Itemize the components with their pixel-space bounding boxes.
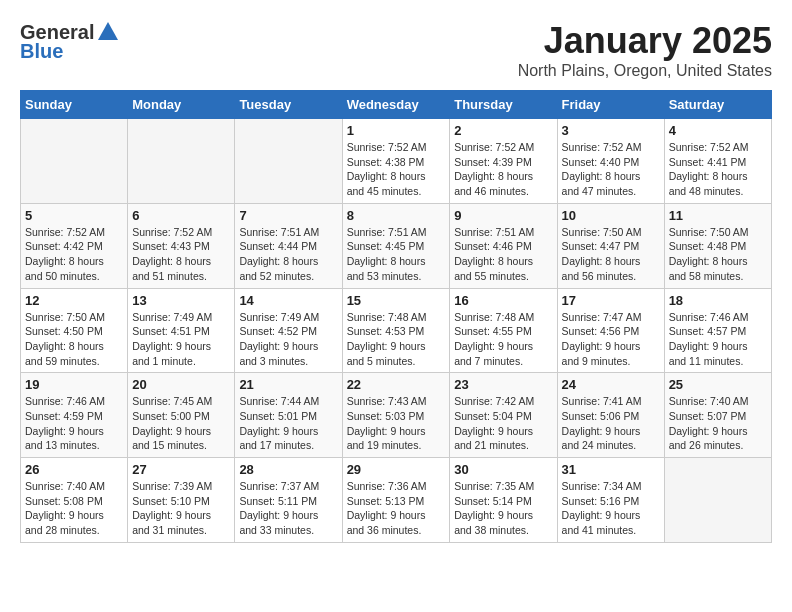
- day-number: 29: [347, 462, 446, 477]
- day-info: Sunrise: 7:43 AM Sunset: 5:03 PM Dayligh…: [347, 394, 446, 453]
- day-info: Sunrise: 7:45 AM Sunset: 5:00 PM Dayligh…: [132, 394, 230, 453]
- day-info: Sunrise: 7:52 AM Sunset: 4:38 PM Dayligh…: [347, 140, 446, 199]
- calendar-cell: 25Sunrise: 7:40 AM Sunset: 5:07 PM Dayli…: [664, 373, 771, 458]
- day-info: Sunrise: 7:51 AM Sunset: 4:44 PM Dayligh…: [239, 225, 337, 284]
- calendar-cell: 26Sunrise: 7:40 AM Sunset: 5:08 PM Dayli…: [21, 458, 128, 543]
- day-info: Sunrise: 7:52 AM Sunset: 4:41 PM Dayligh…: [669, 140, 767, 199]
- calendar-cell: 19Sunrise: 7:46 AM Sunset: 4:59 PM Dayli…: [21, 373, 128, 458]
- weekday-header-sunday: Sunday: [21, 91, 128, 119]
- day-info: Sunrise: 7:41 AM Sunset: 5:06 PM Dayligh…: [562, 394, 660, 453]
- day-number: 20: [132, 377, 230, 392]
- day-number: 28: [239, 462, 337, 477]
- day-info: Sunrise: 7:37 AM Sunset: 5:11 PM Dayligh…: [239, 479, 337, 538]
- weekday-header-row: SundayMondayTuesdayWednesdayThursdayFrid…: [21, 91, 772, 119]
- day-number: 7: [239, 208, 337, 223]
- day-info: Sunrise: 7:52 AM Sunset: 4:42 PM Dayligh…: [25, 225, 123, 284]
- day-info: Sunrise: 7:46 AM Sunset: 4:59 PM Dayligh…: [25, 394, 123, 453]
- day-info: Sunrise: 7:46 AM Sunset: 4:57 PM Dayligh…: [669, 310, 767, 369]
- day-info: Sunrise: 7:40 AM Sunset: 5:08 PM Dayligh…: [25, 479, 123, 538]
- calendar-cell: 7Sunrise: 7:51 AM Sunset: 4:44 PM Daylig…: [235, 203, 342, 288]
- calendar-cell: 9Sunrise: 7:51 AM Sunset: 4:46 PM Daylig…: [450, 203, 557, 288]
- calendar-cell: 16Sunrise: 7:48 AM Sunset: 4:55 PM Dayli…: [450, 288, 557, 373]
- day-number: 31: [562, 462, 660, 477]
- calendar-cell: [128, 119, 235, 204]
- day-info: Sunrise: 7:39 AM Sunset: 5:10 PM Dayligh…: [132, 479, 230, 538]
- calendar-cell: [21, 119, 128, 204]
- calendar-cell: 1Sunrise: 7:52 AM Sunset: 4:38 PM Daylig…: [342, 119, 450, 204]
- calendar-cell: 5Sunrise: 7:52 AM Sunset: 4:42 PM Daylig…: [21, 203, 128, 288]
- day-number: 18: [669, 293, 767, 308]
- weekday-header-saturday: Saturday: [664, 91, 771, 119]
- calendar-cell: 28Sunrise: 7:37 AM Sunset: 5:11 PM Dayli…: [235, 458, 342, 543]
- weekday-header-wednesday: Wednesday: [342, 91, 450, 119]
- day-number: 2: [454, 123, 552, 138]
- day-number: 3: [562, 123, 660, 138]
- day-info: Sunrise: 7:36 AM Sunset: 5:13 PM Dayligh…: [347, 479, 446, 538]
- day-number: 21: [239, 377, 337, 392]
- day-number: 11: [669, 208, 767, 223]
- calendar-week-1: 1Sunrise: 7:52 AM Sunset: 4:38 PM Daylig…: [21, 119, 772, 204]
- calendar-cell: 11Sunrise: 7:50 AM Sunset: 4:48 PM Dayli…: [664, 203, 771, 288]
- calendar-cell: 17Sunrise: 7:47 AM Sunset: 4:56 PM Dayli…: [557, 288, 664, 373]
- calendar-cell: 3Sunrise: 7:52 AM Sunset: 4:40 PM Daylig…: [557, 119, 664, 204]
- calendar-cell: 12Sunrise: 7:50 AM Sunset: 4:50 PM Dayli…: [21, 288, 128, 373]
- day-info: Sunrise: 7:51 AM Sunset: 4:45 PM Dayligh…: [347, 225, 446, 284]
- day-info: Sunrise: 7:48 AM Sunset: 4:55 PM Dayligh…: [454, 310, 552, 369]
- calendar-week-2: 5Sunrise: 7:52 AM Sunset: 4:42 PM Daylig…: [21, 203, 772, 288]
- weekday-header-thursday: Thursday: [450, 91, 557, 119]
- day-info: Sunrise: 7:52 AM Sunset: 4:39 PM Dayligh…: [454, 140, 552, 199]
- day-number: 8: [347, 208, 446, 223]
- day-info: Sunrise: 7:50 AM Sunset: 4:50 PM Dayligh…: [25, 310, 123, 369]
- calendar-cell: 6Sunrise: 7:52 AM Sunset: 4:43 PM Daylig…: [128, 203, 235, 288]
- calendar-cell: 2Sunrise: 7:52 AM Sunset: 4:39 PM Daylig…: [450, 119, 557, 204]
- calendar-table: SundayMondayTuesdayWednesdayThursdayFrid…: [20, 90, 772, 543]
- title-section: January 2025 North Plains, Oregon, Unite…: [518, 20, 772, 80]
- weekday-header-friday: Friday: [557, 91, 664, 119]
- day-info: Sunrise: 7:42 AM Sunset: 5:04 PM Dayligh…: [454, 394, 552, 453]
- day-number: 12: [25, 293, 123, 308]
- calendar-cell: 27Sunrise: 7:39 AM Sunset: 5:10 PM Dayli…: [128, 458, 235, 543]
- day-info: Sunrise: 7:47 AM Sunset: 4:56 PM Dayligh…: [562, 310, 660, 369]
- calendar-week-4: 19Sunrise: 7:46 AM Sunset: 4:59 PM Dayli…: [21, 373, 772, 458]
- logo-icon: [96, 20, 120, 44]
- day-info: Sunrise: 7:52 AM Sunset: 4:43 PM Dayligh…: [132, 225, 230, 284]
- calendar-cell: 31Sunrise: 7:34 AM Sunset: 5:16 PM Dayli…: [557, 458, 664, 543]
- day-number: 26: [25, 462, 123, 477]
- calendar-cell: 21Sunrise: 7:44 AM Sunset: 5:01 PM Dayli…: [235, 373, 342, 458]
- day-number: 1: [347, 123, 446, 138]
- svg-marker-0: [98, 22, 118, 40]
- day-number: 27: [132, 462, 230, 477]
- day-number: 17: [562, 293, 660, 308]
- calendar-cell: 29Sunrise: 7:36 AM Sunset: 5:13 PM Dayli…: [342, 458, 450, 543]
- calendar-week-3: 12Sunrise: 7:50 AM Sunset: 4:50 PM Dayli…: [21, 288, 772, 373]
- day-number: 14: [239, 293, 337, 308]
- month-title: January 2025: [518, 20, 772, 62]
- day-number: 9: [454, 208, 552, 223]
- page-header: General Blue January 2025 North Plains, …: [20, 20, 772, 80]
- day-info: Sunrise: 7:44 AM Sunset: 5:01 PM Dayligh…: [239, 394, 337, 453]
- calendar-cell: [235, 119, 342, 204]
- day-number: 19: [25, 377, 123, 392]
- logo-blue-text: Blue: [20, 40, 63, 63]
- day-number: 6: [132, 208, 230, 223]
- calendar-cell: 30Sunrise: 7:35 AM Sunset: 5:14 PM Dayli…: [450, 458, 557, 543]
- calendar-cell: 15Sunrise: 7:48 AM Sunset: 4:53 PM Dayli…: [342, 288, 450, 373]
- calendar-cell: 24Sunrise: 7:41 AM Sunset: 5:06 PM Dayli…: [557, 373, 664, 458]
- day-number: 25: [669, 377, 767, 392]
- day-number: 15: [347, 293, 446, 308]
- day-info: Sunrise: 7:49 AM Sunset: 4:52 PM Dayligh…: [239, 310, 337, 369]
- location-title: North Plains, Oregon, United States: [518, 62, 772, 80]
- weekday-header-monday: Monday: [128, 91, 235, 119]
- day-info: Sunrise: 7:40 AM Sunset: 5:07 PM Dayligh…: [669, 394, 767, 453]
- day-number: 22: [347, 377, 446, 392]
- day-number: 5: [25, 208, 123, 223]
- calendar-cell: 20Sunrise: 7:45 AM Sunset: 5:00 PM Dayli…: [128, 373, 235, 458]
- day-number: 13: [132, 293, 230, 308]
- calendar-cell: 13Sunrise: 7:49 AM Sunset: 4:51 PM Dayli…: [128, 288, 235, 373]
- calendar-cell: 14Sunrise: 7:49 AM Sunset: 4:52 PM Dayli…: [235, 288, 342, 373]
- day-number: 23: [454, 377, 552, 392]
- calendar-cell: 18Sunrise: 7:46 AM Sunset: 4:57 PM Dayli…: [664, 288, 771, 373]
- day-number: 10: [562, 208, 660, 223]
- day-info: Sunrise: 7:52 AM Sunset: 4:40 PM Dayligh…: [562, 140, 660, 199]
- day-number: 16: [454, 293, 552, 308]
